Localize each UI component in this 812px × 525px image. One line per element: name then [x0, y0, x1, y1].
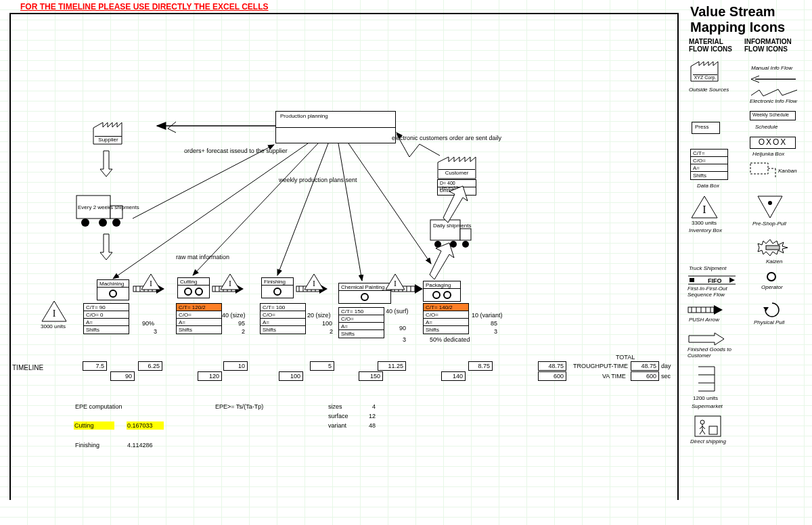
svg-text:I: I [53, 309, 56, 319]
val: 3 [154, 328, 157, 335]
epe-finishing: Finishing [75, 442, 99, 449]
process-packaging: Packaging [423, 281, 461, 302]
legend-text: Finished Goods to Customer [687, 346, 740, 359]
customer-icon [437, 152, 476, 181]
annot-rawmat: raw mat information [176, 254, 229, 260]
process-cutting: Cutting [177, 277, 210, 298]
legend-databox: C/T= C/O= A= Shifts [690, 149, 728, 180]
val: 50% dedicated [430, 336, 470, 343]
val: 40 (size) [222, 312, 246, 319]
legend-text: Operator [761, 284, 783, 290]
inventory-icon: I [384, 273, 406, 292]
databox-machining: C/T= 90 C/O= 0 A= Shifts [83, 303, 129, 334]
svg-text:FIFO: FIFO [708, 277, 722, 284]
svg-point-2 [81, 219, 89, 227]
legend-text: Pre-Shop-Pull [752, 221, 786, 227]
legend-supermarket-icon [697, 365, 716, 395]
epe-label: EPE computation [75, 403, 122, 410]
arrow-down-icon [99, 150, 113, 179]
val: 2 [242, 328, 245, 335]
legend-text: PUSH Arrow [689, 317, 719, 323]
svg-text:I: I [394, 279, 397, 288]
tl-bot: 120 [198, 371, 222, 381]
inventory-icon: I [303, 273, 325, 292]
val: 3 [403, 336, 406, 343]
legend-heijunka-box: OXOX [750, 137, 796, 149]
tl-bot: 90 [110, 371, 135, 381]
val: 100 [322, 320, 332, 327]
epe-surface-v: 12 [369, 413, 376, 419]
legend-preshop-icon [757, 195, 784, 221]
epe-cutting: Cutting [74, 421, 114, 430]
legend-text: Kanban [778, 168, 797, 174]
svg-rect-59 [766, 246, 780, 250]
svg-point-58 [768, 201, 772, 205]
page-title: Value Stream Mapping Icons [690, 4, 805, 35]
svg-point-3 [99, 219, 107, 227]
epe-finishing-val: 4.114286 [127, 442, 153, 449]
legend-text: Outside Sources [689, 87, 729, 93]
val: 90 [399, 325, 406, 332]
epe-variant-v: 48 [369, 422, 376, 429]
legend-text: Supermarket [692, 403, 723, 409]
legend-text: Kaizen [766, 258, 782, 265]
tl-top: 48.75 [538, 361, 566, 371]
legend-xyz: XYZ Corp. [693, 74, 717, 80]
legend-text: Inventory Box [689, 227, 722, 233]
tl-top: 11.25 [378, 361, 406, 371]
legend-text: Data Box [697, 183, 719, 189]
throughput-unit: day [661, 363, 671, 369]
legend-text: Direct shipping [690, 438, 726, 444]
vatime-label: VA TIME [602, 373, 626, 380]
legend-text: Physical Pull [754, 319, 784, 325]
annot-orders: orders+ forecast isseud to the supplier [184, 147, 288, 154]
epe-cutting-val: 0.167033 [127, 421, 164, 430]
svg-point-60 [767, 273, 775, 281]
legend-inventory-icon: I [690, 195, 719, 221]
val: 10 (variant) [472, 312, 503, 319]
annot-weekly: weekly production plans sent [279, 177, 357, 183]
epe-formula: EPE>= Ts/(Ta-Tp) [215, 403, 263, 410]
svg-point-45 [444, 292, 451, 298]
val: 20 (size) [307, 312, 331, 319]
timeline-label: TIMELINE [12, 364, 43, 371]
svg-point-9 [462, 241, 469, 248]
production-planning: Production planning [275, 111, 396, 143]
epe-sizes-v: 4 [372, 403, 376, 410]
legend-text: Manual Info Flow [751, 65, 792, 71]
inventory-label: 3000 units [41, 323, 66, 329]
inventory-icon: I [140, 273, 162, 292]
vatime-val: 600 [631, 371, 659, 381]
legend-weekly: Weekly Schedule [750, 111, 796, 120]
val: 40 (surf) [386, 308, 409, 315]
legend-text: Schedule [755, 124, 777, 130]
svg-rect-6 [460, 229, 471, 240]
legend-text: Electronic Info Flow [750, 98, 797, 104]
process-machining: Machining [97, 279, 129, 300]
inventory-icon: I [219, 273, 241, 292]
svg-point-11 [110, 290, 116, 297]
val: 85 [491, 320, 497, 327]
process-finishing: Finishing [261, 277, 294, 298]
arrow-down-icon [99, 233, 113, 262]
legend-text: First-In-First-Out Sequence Flow [687, 286, 740, 298]
warning-text: FOR THE TIMELINE PLEASE USE DIRECTLY THE… [20, 2, 269, 12]
border [9, 13, 678, 14]
throughput-val: 48.75 [631, 361, 659, 371]
border [677, 13, 679, 500]
legend-kaizen-icon [757, 238, 789, 258]
truck-icon [76, 195, 123, 229]
vatime-unit: sec [661, 373, 671, 380]
tl-top: 5 [310, 361, 334, 371]
col-material: MATERIAL FLOW ICONS [689, 38, 743, 53]
legend-press: Press [692, 122, 720, 134]
inventory-icon: I [41, 300, 68, 324]
legend-operator-icon [765, 271, 778, 284]
epe-variant: variant [328, 422, 346, 429]
epe-sizes: sizes [328, 403, 342, 410]
tl-bot: 150 [359, 371, 383, 381]
val: 90% [142, 320, 154, 327]
databox-finishing: C/T= 100 C/O= A= Shifts [260, 303, 306, 334]
val: 3 [494, 328, 497, 335]
tl-bot: 100 [279, 371, 303, 381]
